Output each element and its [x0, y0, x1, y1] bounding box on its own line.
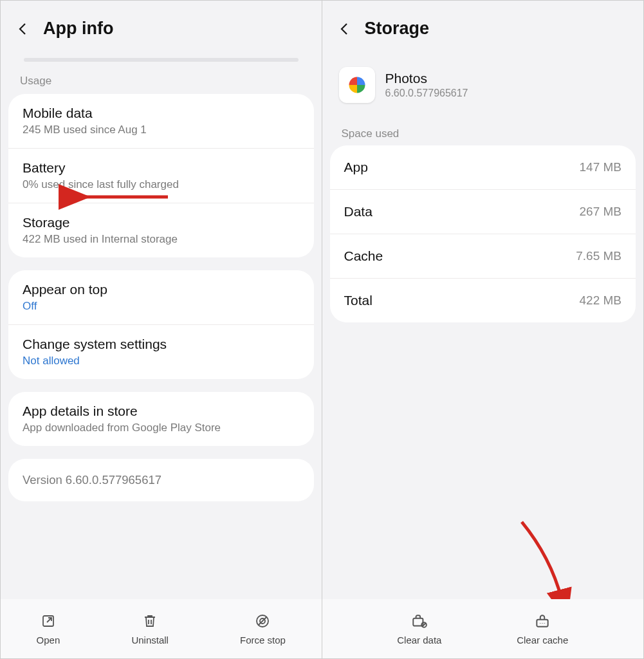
row-value: 422 MB	[580, 293, 621, 308]
bottom-bar: Clear data Clear cache	[322, 599, 644, 658]
row-title: Appear on top	[23, 282, 300, 297]
button-label: Clear data	[397, 635, 441, 645]
storage-content: Storage Photos 6.60.0.577965617 Space us…	[322, 1, 644, 387]
page-title: Storage	[365, 19, 430, 39]
storage-row[interactable]: Storage 422 MB used in Internal storage	[8, 203, 314, 257]
force-stop-button[interactable]: Force stop	[240, 613, 286, 645]
app-info-pane: App info Usage Mobile data 245 MB used s…	[1, 1, 322, 658]
battery-row[interactable]: Battery 0% used since last fully charged	[8, 148, 314, 203]
app-name: Photos	[385, 71, 468, 86]
open-button[interactable]: Open	[37, 613, 60, 645]
trash-icon	[142, 613, 158, 629]
row-value: 7.65 MB	[576, 249, 621, 263]
bottom-bar: Open Uninstall Force stop	[1, 599, 322, 658]
row-sub: 245 MB used since Aug 1	[23, 124, 300, 136]
space-row-total: Total 422 MB	[330, 278, 636, 322]
space-row-cache: Cache 7.65 MB	[330, 234, 636, 278]
space-row-data: Data 267 MB	[330, 189, 636, 234]
row-title: Mobile data	[23, 106, 300, 121]
annotation-arrow-clear-cache	[515, 519, 580, 611]
permissions-card: Appear on top Off Change system settings…	[8, 270, 314, 379]
row-title: Battery	[23, 160, 300, 176]
mobile-data-row[interactable]: Mobile data 245 MB used since Aug 1	[8, 94, 314, 148]
chevron-left-icon	[337, 21, 353, 37]
button-label: Clear cache	[517, 635, 568, 645]
clear-cache-icon	[534, 613, 551, 629]
row-label: Data	[344, 204, 373, 219]
version-card: Version 6.60.0.577965617	[8, 459, 314, 501]
space-row-app: App 147 MB	[330, 145, 636, 189]
row-title: Storage	[23, 215, 300, 230]
photos-app-icon	[339, 67, 375, 103]
row-title: Change system settings	[23, 337, 300, 352]
section-label-space-used: Space used	[322, 116, 644, 145]
storage-pane: Storage Photos 6.60.0.577965617 Space us…	[322, 1, 644, 658]
open-icon	[40, 613, 57, 629]
version-text: Version 6.60.0.577965617	[23, 473, 300, 487]
usage-card: Mobile data 245 MB used since Aug 1 Batt…	[8, 94, 314, 257]
chevron-left-icon	[15, 21, 31, 37]
button-label: Force stop	[240, 635, 286, 645]
clear-data-icon	[411, 613, 428, 629]
row-label: Cache	[344, 248, 383, 264]
row-sub: App downloaded from Google Play Store	[23, 422, 300, 434]
row-value: 147 MB	[580, 160, 621, 174]
button-label: Uninstall	[131, 635, 169, 645]
store-card: App details in store App downloaded from…	[8, 392, 314, 446]
space-used-card: App 147 MB Data 267 MB Cache 7.65 MB Tot…	[330, 145, 636, 322]
clear-data-button[interactable]: Clear data	[397, 613, 441, 645]
row-sub: Not allowed	[23, 355, 300, 367]
change-system-settings-row[interactable]: Change system settings Not allowed	[8, 324, 314, 379]
scroll-hint	[24, 58, 299, 62]
uninstall-button[interactable]: Uninstall	[131, 613, 169, 645]
app-meta: Photos 6.60.0.577965617	[385, 71, 468, 99]
app-identity: Photos 6.60.0.577965617	[322, 58, 644, 116]
clear-cache-button[interactable]: Clear cache	[517, 613, 568, 645]
app-version: 6.60.0.577965617	[385, 88, 468, 99]
force-stop-icon	[254, 613, 271, 629]
header: App info	[1, 1, 322, 58]
row-label: Total	[344, 293, 373, 308]
button-label: Open	[37, 635, 60, 645]
header: Storage	[322, 1, 644, 58]
section-label-usage: Usage	[1, 66, 322, 94]
page-title: App info	[43, 19, 113, 39]
app-info-content: App info Usage Mobile data 245 MB used s…	[1, 1, 322, 566]
google-photos-icon	[344, 72, 370, 98]
back-button[interactable]	[336, 21, 353, 37]
row-sub: 0% used since last fully charged	[23, 178, 300, 191]
app-details-in-store-row[interactable]: App details in store App downloaded from…	[8, 392, 314, 446]
row-sub: Off	[23, 300, 300, 313]
back-button[interactable]	[15, 21, 32, 37]
row-title: App details in store	[23, 404, 300, 419]
row-value: 267 MB	[580, 205, 621, 219]
appear-on-top-row[interactable]: Appear on top Off	[8, 270, 314, 324]
row-label: App	[344, 160, 368, 175]
row-sub: 422 MB used in Internal storage	[23, 233, 300, 246]
